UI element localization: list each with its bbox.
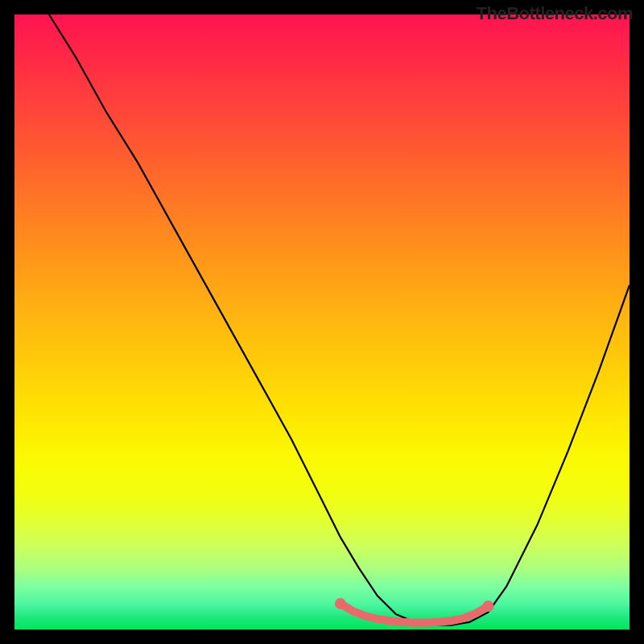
- watermark-text: TheBottleneck.com: [477, 3, 633, 24]
- marker-band-path: [341, 604, 488, 623]
- marker-dot: [335, 598, 346, 609]
- plot-area: [14, 14, 630, 630]
- curve-svg: [14, 14, 630, 630]
- marker-dot: [482, 601, 493, 612]
- chart-container: TheBottleneck.com: [0, 0, 644, 644]
- main-curve: [14, 14, 630, 625]
- marker-band: [335, 598, 493, 623]
